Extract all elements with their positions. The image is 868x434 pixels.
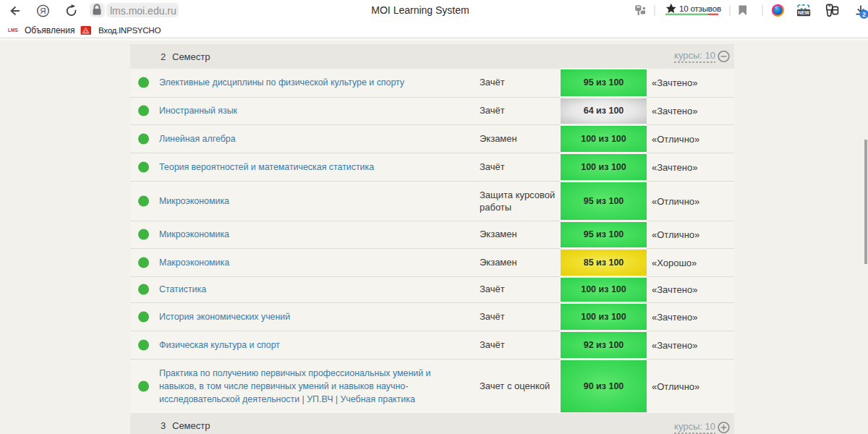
svg-text:10 отзывов: 10 отзывов (679, 4, 721, 13)
svg-text:NEW: NEW (798, 10, 810, 15)
svg-text:Я: Я (40, 7, 46, 15)
svg-text:2: 2 (862, 11, 866, 18)
